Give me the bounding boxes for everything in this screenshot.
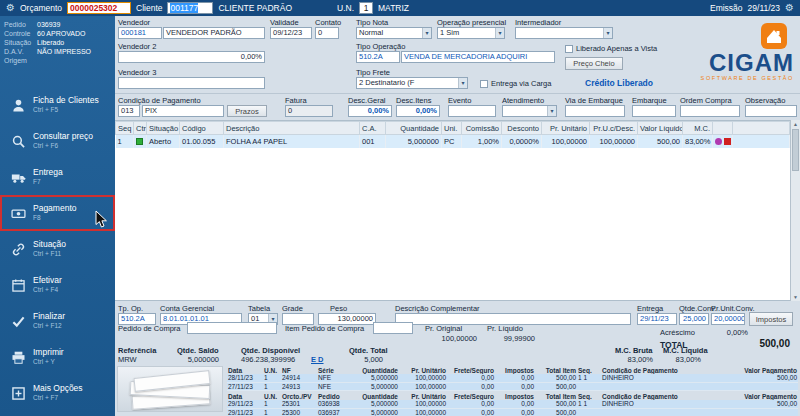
table-row[interactable]: 28/11/23124914NFE5,000000100,000000,000,… bbox=[227, 374, 798, 382]
column-header[interactable]: Série bbox=[317, 366, 351, 374]
ordem-compra-input[interactable] bbox=[680, 105, 740, 117]
sidebar-item-imprimir[interactable]: ImprimirCtrl + Y bbox=[0, 339, 115, 375]
via-embarque-input[interactable] bbox=[565, 105, 625, 117]
condicao-pagamento-code-input[interactable]: 013 bbox=[118, 105, 140, 117]
column-header[interactable]: Total Item bbox=[535, 366, 577, 374]
atendimento-select[interactable]: ▾ bbox=[502, 105, 557, 117]
desc-geral-input[interactable]: 0,00% bbox=[348, 105, 392, 117]
vertical-scrollbar[interactable]: ▲ ▼ bbox=[790, 120, 800, 301]
sidebar-item-entrega[interactable]: EntregaF7 bbox=[0, 159, 115, 195]
column-header[interactable]: Frete/Seguro bbox=[447, 366, 495, 374]
column-header[interactable]: Uni. bbox=[442, 122, 462, 135]
cliente-code-input[interactable]: 001177 bbox=[167, 2, 213, 14]
prazos-button[interactable]: Prazos bbox=[227, 105, 267, 117]
table-row[interactable]: 29/11/231253010369385,000000100,000000,0… bbox=[227, 400, 798, 408]
column-header[interactable]: Pedido bbox=[317, 392, 351, 400]
vendedor-code-input[interactable]: 000181 bbox=[118, 27, 162, 39]
column-header[interactable]: Seq. bbox=[577, 392, 601, 400]
table-cell: 0,00 bbox=[495, 400, 535, 408]
column-header[interactable]: M.C. bbox=[683, 122, 713, 135]
column-header[interactable]: Seq bbox=[116, 122, 134, 135]
estoque-links[interactable]: E D bbox=[311, 355, 324, 364]
sidebar-item-mais-opcoes[interactable]: Mais OpçõesCtrl + F7 bbox=[0, 375, 115, 411]
vendedor3-input[interactable] bbox=[118, 77, 265, 89]
observacao-input[interactable] bbox=[745, 105, 797, 117]
column-header[interactable]: Data bbox=[227, 392, 263, 400]
qtde-conv-input[interactable]: 25,000 bbox=[679, 313, 709, 325]
column-header[interactable]: Data bbox=[227, 366, 263, 374]
column-header[interactable]: Seq. bbox=[577, 366, 601, 374]
desc-itens-input[interactable]: 0,00% bbox=[396, 105, 440, 117]
column-header[interactable]: Quantidade bbox=[351, 366, 399, 374]
app-menu-gear-icon[interactable]: ⚙ bbox=[6, 1, 15, 15]
column-header[interactable]: Condição de Pagamento bbox=[601, 366, 707, 374]
app-window: ⚙ Orçamento 0000025302 Cliente 001177 CL… bbox=[0, 0, 800, 416]
entrega-via-carga-checkbox[interactable]: Entrega via Carga bbox=[480, 79, 551, 88]
column-header[interactable]: U.N. bbox=[263, 366, 281, 374]
column-header[interactable]: Quantidade bbox=[386, 122, 442, 135]
sidebar-item-efetivar[interactable]: EfetivarCtrl + F4 bbox=[0, 267, 115, 303]
column-header[interactable]: Ctr bbox=[134, 122, 147, 135]
column-header[interactable]: Pr. Unitário bbox=[399, 366, 447, 374]
column-header[interactable]: Situação bbox=[147, 122, 180, 135]
embarque-input[interactable] bbox=[632, 105, 676, 117]
contato-input[interactable]: 0 bbox=[315, 27, 339, 39]
intermediador-select[interactable]: ▾ bbox=[515, 27, 613, 39]
main-content: Vendedor 000181 VENDEDOR PADRÃO Validade… bbox=[115, 16, 800, 416]
column-header[interactable]: Condição de Pagamento bbox=[601, 392, 707, 400]
sidebar-item-finalizar[interactable]: FinalizarCtrl + F12 bbox=[0, 303, 115, 339]
validade-input[interactable]: 09/12/23 bbox=[270, 27, 312, 39]
pr-unit-conv-input[interactable]: 20,00000 bbox=[711, 313, 745, 325]
liberado-apenas-vista-checkbox[interactable]: Liberado Apenas a Vista bbox=[565, 44, 657, 53]
column-header[interactable]: Valor Pagamento bbox=[707, 392, 798, 400]
column-header[interactable]: Pr.U.c/Desc. bbox=[590, 122, 638, 135]
column-header[interactable]: NF bbox=[281, 366, 317, 374]
un-input[interactable]: 1 bbox=[359, 2, 373, 14]
sidebar-item-ficha-de-clientes[interactable]: Ficha de ClientesCtrl + F5 bbox=[0, 87, 115, 123]
table-row[interactable]: 29/11/231253000369375,000000100,000000,0… bbox=[227, 408, 798, 416]
column-header[interactable]: Frete/Seguro bbox=[447, 392, 495, 400]
vendedor2-input[interactable]: 0,00% bbox=[118, 51, 265, 63]
column-header[interactable]: Impostos bbox=[495, 366, 535, 374]
column-header[interactable]: U.N. bbox=[263, 392, 281, 400]
condicao-pagamento-name-input[interactable]: PIX bbox=[142, 105, 224, 117]
item-row[interactable]: 1 Aberto 01.00.055 FOLHA A4 PAPEL 001 5,… bbox=[116, 135, 790, 148]
column-header[interactable]: C.A. bbox=[360, 122, 386, 135]
preco-cheio-button[interactable]: Preço Cheio bbox=[565, 57, 623, 70]
column-header[interactable]: Pr. Unitário bbox=[542, 122, 590, 135]
orcamento-number-input[interactable]: 0000025302 bbox=[67, 2, 131, 14]
column-header[interactable]: Comissão bbox=[462, 122, 502, 135]
column-header[interactable]: Pr. Unitário bbox=[399, 392, 447, 400]
vendedor-name-input[interactable]: VENDEDOR PADRÃO bbox=[163, 27, 265, 39]
entrega-input[interactable]: 29/11/23 bbox=[637, 313, 677, 325]
column-header[interactable]: Orcto./PV bbox=[281, 392, 317, 400]
column-header[interactable]: Desconto bbox=[502, 122, 542, 135]
scroll-down-icon[interactable]: ▼ bbox=[791, 293, 800, 301]
item-pedido-compra-input[interactable] bbox=[373, 322, 413, 334]
atendimento-label: Atendimento bbox=[502, 96, 544, 105]
column-header[interactable]: Valor Pagamento bbox=[707, 366, 798, 374]
tipo-operacao-code-input[interactable]: 510.2A bbox=[356, 51, 400, 63]
sidebar-item-situacao[interactable]: SituaçãoCtrl + F11 bbox=[0, 231, 115, 267]
impostos-button[interactable]: Impostos bbox=[749, 312, 793, 326]
evento-input[interactable] bbox=[448, 105, 496, 117]
menu-shortcut: Ctrl + F6 bbox=[33, 141, 93, 151]
tipo-operacao-name-input[interactable]: VENDA DE MERCADORIA ADQUIRI bbox=[401, 51, 555, 63]
pedido-compra-input[interactable] bbox=[187, 322, 277, 334]
column-header[interactable]: Descrição bbox=[224, 122, 360, 135]
column-header[interactable]: Valor Líquido bbox=[638, 122, 683, 135]
fatura-input[interactable]: 0 bbox=[285, 105, 333, 117]
operacao-presencial-select[interactable]: 1 Sim▾ bbox=[437, 27, 505, 39]
tipo-nota-select[interactable]: Normal▾ bbox=[356, 27, 432, 39]
table-row[interactable]: 27/11/23124913NFE5,000000100,000000,000,… bbox=[227, 382, 798, 390]
tipo-frete-select[interactable]: 2 Destinatario (F▾ bbox=[356, 77, 468, 89]
table-cell bbox=[577, 408, 601, 416]
scroll-up-icon[interactable]: ▲ bbox=[791, 120, 800, 128]
settings-gear-icon[interactable]: ⚙ bbox=[785, 1, 794, 15]
column-header[interactable]: Código bbox=[180, 122, 224, 135]
column-header[interactable]: Impostos bbox=[495, 392, 535, 400]
column-header[interactable]: Total Item bbox=[535, 392, 577, 400]
sidebar-item-consultar-preco[interactable]: Consultar preçoCtrl + F6 bbox=[0, 123, 115, 159]
column-header[interactable]: Quantidade bbox=[351, 392, 399, 400]
scroll-thumb[interactable] bbox=[792, 129, 799, 171]
